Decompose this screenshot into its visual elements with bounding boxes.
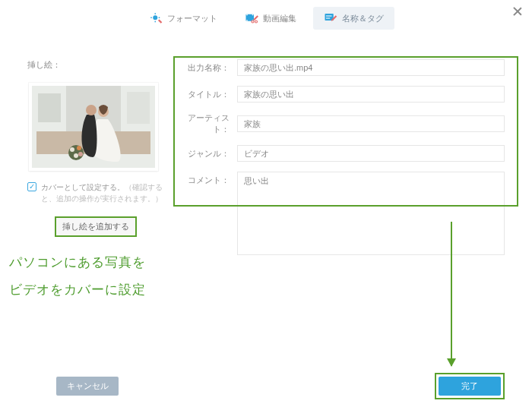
add-thumbnail-button[interactable]: 挿し絵を追加する [55,216,137,237]
left-column: 挿し絵： [27,59,179,303]
format-icon [149,11,163,25]
tab-label: 動画編集 [263,13,296,24]
svg-rect-7 [246,20,248,21]
close-icon[interactable] [512,6,523,17]
tab-format[interactable]: フォーマット [138,7,228,30]
input-genre[interactable] [237,145,505,162]
name-tag-icon [324,11,337,25]
row-artist: アーティスト： [179,112,505,135]
annotation-line-2: ビデオをカバーに設定 [9,276,172,304]
row-comment: コメント： [179,172,505,255]
film-edit-icon [245,11,258,25]
checkbox-text: カバーとして設定する。（確認すると、追加の操作が実行されます。） [41,181,164,204]
tab-label: フォーマット [167,13,217,24]
svg-point-10 [252,21,254,23]
checkbox-label: カバーとして設定する。 [41,183,125,191]
row-title: タイトル： [179,86,505,103]
label-title: タイトル： [179,89,237,100]
svg-rect-17 [127,92,150,124]
annotation-line-1: パソコンにある写真を [9,249,172,276]
svg-point-0 [153,15,157,20]
thumbnail-heading: 挿し絵： [27,59,172,71]
svg-rect-8 [252,14,253,16]
thumbnail-image [32,86,155,168]
svg-point-24 [77,146,81,150]
ok-button[interactable]: 完了 [439,377,501,396]
thumbnail-preview[interactable] [29,83,158,171]
row-output-name: 出力名称： [179,59,505,76]
svg-point-23 [70,147,74,152]
row-genre: ジャンル： [179,145,505,162]
cancel-button[interactable]: キャンセル [56,377,119,396]
svg-point-20 [86,105,97,115]
label-genre: ジャンル： [179,148,237,159]
tab-video-edit[interactable]: 動画編集 [234,7,307,30]
footer: キャンセル 完了 [0,373,532,399]
input-output-name[interactable] [237,59,505,76]
svg-point-26 [78,152,83,156]
svg-rect-6 [246,14,248,16]
label-output-name: 出力名称： [179,62,237,74]
content-area: 挿し絵： [0,36,532,303]
set-as-cover-checkbox[interactable]: ✓ カバーとして設定する。（確認すると、追加の操作が実行されます。） [27,181,164,204]
annotation-highlight-ok: 完了 [435,373,505,399]
input-title[interactable] [237,86,505,103]
annotation-arrow [451,222,452,366]
svg-point-11 [255,21,257,23]
top-bar: フォーマット 動画編集 [0,0,532,36]
annotation-text: パソコンにある写真を ビデオをカバーに設定 [9,249,172,303]
tab-strip: フォーマット 動画編集 [138,7,394,30]
tab-label: 名称＆タグ [342,13,384,24]
label-comment: コメント： [179,172,237,186]
textarea-comment[interactable] [237,172,505,255]
svg-rect-16 [38,93,61,122]
input-artist[interactable] [237,115,505,132]
right-column: 出力名称： タイトル： アーティスト： ジャンル： コメント： [179,59,505,303]
label-artist: アーティスト： [179,112,237,135]
svg-point-25 [74,153,78,158]
check-icon: ✓ [27,182,36,191]
tab-name-tag[interactable]: 名称＆タグ [313,7,394,30]
